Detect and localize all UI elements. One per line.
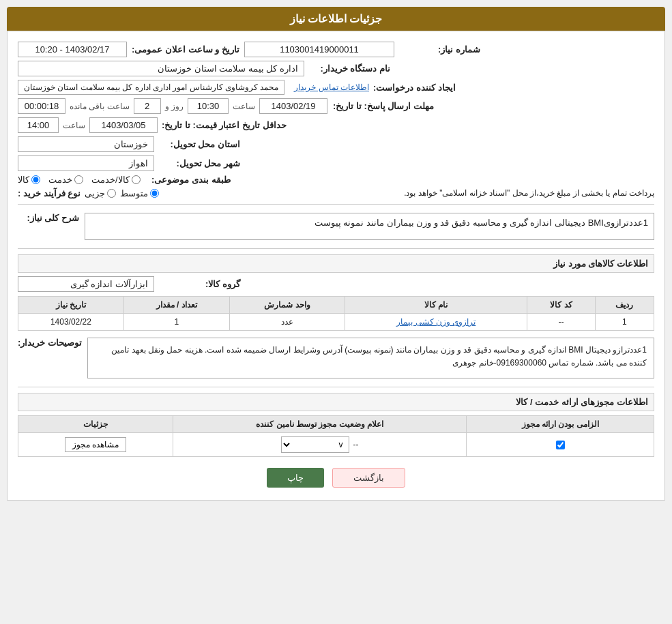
radio-khedmat[interactable]: خدمت xyxy=(48,175,83,185)
city-value: اهواز xyxy=(18,155,154,171)
announce-date-label: تاریخ و ساعت اعلان عمومی: xyxy=(131,44,240,55)
col-name: نام کالا xyxy=(345,297,527,314)
back-button[interactable]: بازگشت xyxy=(332,468,405,488)
radio-motavaset[interactable]: متوسط xyxy=(120,188,159,198)
response-deadline-label: مهلت ارسال پاسخ: تا تاریخ: xyxy=(332,101,434,111)
radio-kala[interactable]: کالا xyxy=(18,175,40,185)
org-name-row: نام دستگاه خریدار: اداره کل بیمه سلامت ا… xyxy=(18,61,654,76)
need-number-label: شماره نیاز: xyxy=(398,44,480,55)
remaining-label: ساعت باقی مانده xyxy=(70,102,130,111)
col-date: تاریخ نیاز xyxy=(18,297,124,314)
cell-code: -- xyxy=(527,314,595,331)
goods-group-row: گروه کالا: ابزارآلات اندازه گیری xyxy=(18,276,654,292)
response-deadline-row: مهلت ارسال پاسخ: تا تاریخ: 1403/02/19 سا… xyxy=(18,98,654,114)
response-date-value: 1403/02/19 xyxy=(259,98,327,114)
org-name-value: اداره کل بیمه سلامت استان خوزستان xyxy=(18,61,304,76)
org-name-label: نام دستگاه خریدار: xyxy=(308,63,390,74)
col-unit: واحد شمارش xyxy=(229,297,345,314)
price-validity-date: 1403/03/05 xyxy=(89,117,158,133)
need-description-value: 1عددترازویBMI دیجیتالی اندازه گیری و محا… xyxy=(85,213,654,240)
announce-date-value: 1403/02/17 - 10:20 xyxy=(18,42,127,57)
license-row: -- v مشاهده مجوز xyxy=(18,433,654,457)
license-col-required: الزامی بودن ارائه مجوز xyxy=(467,416,654,433)
creator-row: ایجاد کننده درخواست: اطلاعات تماس خریدار… xyxy=(18,80,654,95)
process-type-label: نوع فرآیند خرید : xyxy=(18,188,81,198)
cell-row: 1 xyxy=(595,314,654,331)
remaining-value: 00:00:18 xyxy=(18,98,65,114)
license-details-cell: مشاهده مجوز xyxy=(18,433,173,457)
goods-table: ردیف کد کالا نام کالا واحد شمارش تعداد /… xyxy=(18,296,654,331)
cell-product-name[interactable]: ترازوی وزن کشی بیمار xyxy=(345,314,527,331)
contact-link[interactable]: اطلاعات تماس خریدار xyxy=(294,83,369,92)
goods-section-title: اطلاعات کالاهای مورد نیاز xyxy=(18,254,654,273)
province-row: استان محل تحویل: خوزستان xyxy=(18,136,654,152)
response-day-label: روز و xyxy=(165,102,184,111)
col-qty: تعداد / مقدار xyxy=(123,297,229,314)
response-time-value: 10:30 xyxy=(188,98,229,114)
need-number-row: شماره نیاز: 1103001419000011 تاریخ و ساع… xyxy=(18,42,654,57)
license-col-status: اعلام وضعیت مجوز توسط نامین کننده xyxy=(173,416,466,433)
license-required-cell xyxy=(467,433,654,457)
page-header: جزئیات اطلاعات نیاز xyxy=(7,7,665,31)
cell-unit: عدد xyxy=(229,314,345,331)
print-button[interactable]: چاپ xyxy=(267,468,324,488)
process-row: پرداخت تمام یا بخشی از مبلغ خرید،از محل … xyxy=(18,188,654,198)
creator-label: ایجاد کننده درخواست: xyxy=(373,83,456,93)
city-row: شهر محل تحویل: اهواز xyxy=(18,155,654,171)
creator-value: محمد کروشاوی کارشناس امور اداری اداره کل… xyxy=(18,80,284,95)
goods-group-label: گروه کالا: xyxy=(158,279,240,289)
province-value: خوزستان xyxy=(18,136,154,152)
license-section-title: اطلاعات مجوزهای ارائه خدمت / کالا xyxy=(18,393,654,411)
col-row: ردیف xyxy=(595,297,654,314)
need-description-section: 1عددترازویBMI دیجیتالی اندازه گیری و محا… xyxy=(18,210,654,243)
radio-jozi[interactable]: جزیی xyxy=(85,188,116,198)
license-col-details: جزئیات xyxy=(18,416,173,433)
price-time-label: ساعت xyxy=(63,121,85,130)
buyer-notes-section: 1عددترازو دیجیتال BMI اندازه گیری و محاس… xyxy=(18,335,654,381)
need-number-value: 1103001419000011 xyxy=(244,42,394,57)
license-status-cell: -- v xyxy=(173,433,466,457)
cell-qty: 1 xyxy=(123,314,229,331)
price-validity-row: حداقل تاریخ اعتبار قیمت: تا تاریخ: 1403/… xyxy=(18,117,654,133)
response-time-label: ساعت xyxy=(233,102,255,111)
action-buttons: بازگشت چاپ xyxy=(18,468,654,488)
col-code: کد کالا xyxy=(527,297,595,314)
license-status-value: -- xyxy=(353,440,359,449)
page-title: جزئیات اطلاعات نیاز xyxy=(290,13,383,25)
cell-date: 1403/02/22 xyxy=(18,314,124,331)
license-status-select[interactable]: v xyxy=(281,436,349,453)
product-type-label: طبقه بندی موضوعی: xyxy=(149,175,231,185)
response-day-value: 2 xyxy=(134,98,161,114)
province-label: استان محل تحویل: xyxy=(158,139,240,149)
buyer-notes-value: 1عددترازو دیجیتال BMI اندازه گیری و محاس… xyxy=(87,338,654,378)
city-label: شهر محل تحویل: xyxy=(158,158,240,168)
license-required-checkbox[interactable] xyxy=(556,441,565,449)
license-table: الزامی بودن ارائه مجوز اعلام وضعیت مجوز … xyxy=(18,415,654,457)
buyer-notes-label: توصیحات خریدار: xyxy=(18,335,82,348)
table-row: 1 -- ترازوی وزن کشی بیمار عدد 1 1403/02/… xyxy=(18,314,654,331)
product-type-row: طبقه بندی موضوعی: کالا/خدمت خدمت کالا xyxy=(18,175,654,185)
radio-kala-khedmat[interactable]: کالا/خدمت xyxy=(91,175,141,185)
view-license-button[interactable]: مشاهده مجوز xyxy=(65,437,126,452)
need-description-label: شرح کلی نیاز: xyxy=(18,210,79,223)
goods-group-value: ابزارآلات اندازه گیری xyxy=(18,276,154,292)
price-time-value: 14:00 xyxy=(18,117,59,133)
price-validity-label: حداقل تاریخ اعتبار قیمت: تا تاریخ: xyxy=(162,120,287,130)
process-note: پرداخت تمام یا بخشی از مبلغ خرید،از محل … xyxy=(164,188,654,198)
